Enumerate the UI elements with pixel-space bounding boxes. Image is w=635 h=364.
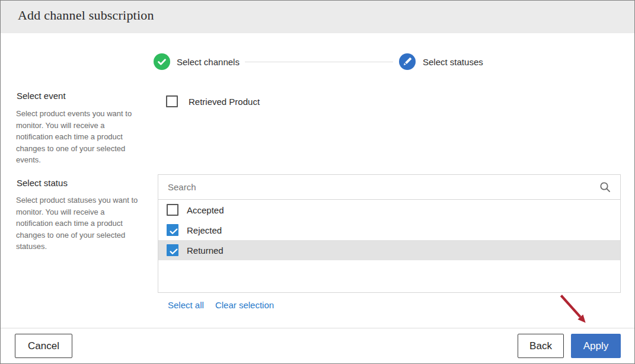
search-input[interactable]: [158, 175, 620, 199]
returned-label: Returned: [187, 245, 224, 256]
search-icon[interactable]: [599, 181, 611, 193]
accepted-checkbox[interactable]: [167, 204, 178, 216]
status-list-panel: Accepted Rejected Returned: [158, 174, 621, 293]
status-option-accepted[interactable]: Accepted: [158, 200, 620, 220]
step-select-channels-label: Select channels: [177, 57, 240, 67]
stepper-connector: [245, 62, 393, 62]
pencil-icon: [399, 53, 416, 70]
returned-checkbox[interactable]: [167, 244, 178, 256]
add-channel-subscription-dialog: Add channel subscription Select channels…: [0, 0, 635, 364]
apply-button[interactable]: Apply: [571, 334, 621, 358]
retrieved-product-checkbox[interactable]: [166, 95, 178, 107]
retrieved-product-option[interactable]: Retrieved Product: [166, 95, 260, 107]
annotation-arrow: [556, 291, 591, 327]
cancel-button[interactable]: Cancel: [15, 334, 72, 358]
select-status-heading: Select status: [17, 178, 68, 188]
footer-separator: [1, 328, 634, 328]
back-button[interactable]: Back: [518, 334, 564, 358]
select-event-description: Select product events you want to monito…: [16, 108, 138, 166]
dialog-title: Add channel subscription: [18, 8, 154, 23]
step-select-statuses-icon: [399, 53, 416, 70]
retrieved-product-label: Retrieved Product: [189, 97, 260, 107]
clear-selection-link[interactable]: Clear selection: [215, 300, 274, 310]
select-all-link[interactable]: Select all: [168, 300, 204, 310]
select-event-heading: Select event: [17, 91, 66, 101]
list-actions: Select all Clear selection: [168, 300, 274, 310]
step-select-statuses-label: Select statuses: [423, 57, 483, 67]
select-status-description: Select product statuses you want to moni…: [16, 194, 138, 253]
rejected-checkbox[interactable]: [167, 224, 178, 236]
search-row: [158, 175, 620, 200]
rejected-label: Rejected: [187, 225, 222, 235]
status-option-rejected[interactable]: Rejected: [158, 220, 620, 240]
accepted-label: Accepted: [187, 205, 224, 215]
check-icon: [154, 53, 170, 70]
step-select-channels-icon: [154, 53, 170, 70]
dialog-header: Add channel subscription: [1, 1, 634, 33]
status-option-returned[interactable]: Returned: [158, 240, 620, 260]
